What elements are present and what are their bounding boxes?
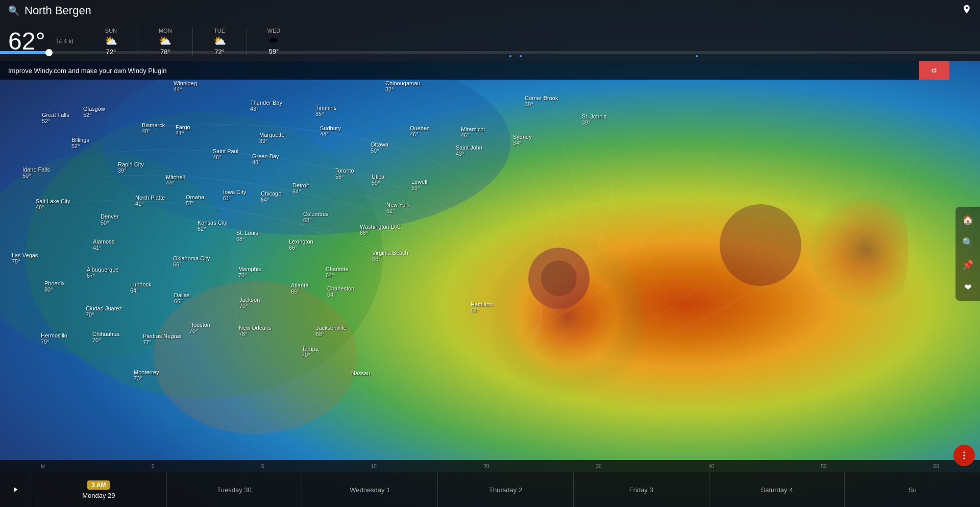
scale-label: 60 — [934, 464, 939, 469]
date-label: Saturday 4 — [761, 486, 793, 494]
date-label: Wednesday 1 — [350, 486, 390, 494]
svg-point-6 — [720, 204, 801, 286]
svg-point-10 — [963, 454, 965, 456]
timeline-date[interactable]: Tuesday 30 — [166, 472, 302, 507]
svg-point-11 — [963, 457, 965, 459]
search-icon: 🔍 — [8, 5, 19, 16]
forecast-day-label: WED — [267, 28, 281, 34]
location-row: 🔍 North Bergen — [0, 0, 980, 21]
timeline-date[interactable]: Su — [844, 472, 980, 507]
close-label: cl — [932, 67, 937, 74]
scale-label: 20 — [483, 464, 489, 469]
timeline-date[interactable]: 3 AMMonday 29 — [31, 472, 166, 507]
forecast-day-icon: ⛅ — [159, 35, 172, 47]
forecast-day-label: TUE — [214, 28, 225, 34]
search-button[interactable]: 🔍 — [959, 233, 977, 252]
svg-point-8 — [153, 281, 357, 434]
scale-label: 50 — [821, 464, 826, 469]
svg-point-9 — [963, 452, 965, 453]
menu-button[interactable] — [953, 445, 975, 466]
scale-label: 40 — [708, 464, 714, 469]
timeline-progress — [0, 51, 49, 54]
play-button[interactable] — [5, 479, 26, 500]
forecast-day-icon: ⛅ — [213, 35, 226, 47]
rain-indicator — [520, 55, 522, 57]
date-label: Friday 3 — [629, 486, 653, 494]
favorite-button[interactable]: ❤ — [959, 278, 977, 297]
scale-bar: kt05102030405060 — [0, 460, 980, 472]
locate-button[interactable] — [962, 4, 972, 17]
weather-strip: 62° 🌬 4 kt SUN ⛅ 72° MON ⛅ 78° TUE ⛅ 72°… — [0, 21, 980, 61]
right-sidebar: 🏠🔍📌❤ — [955, 207, 980, 301]
scale-label: kt — [41, 464, 45, 469]
scale-label: 30 — [596, 464, 602, 469]
date-label: Monday 29 — [82, 492, 115, 499]
timeline-dot — [45, 49, 53, 56]
forecast-day-icon: 🌧 — [268, 35, 279, 46]
time-marker: 3 AM — [87, 480, 110, 490]
scale-label: 5 — [261, 464, 264, 469]
forecast-day-icon: ⛅ — [105, 35, 117, 47]
date-label: Tuesday 30 — [217, 486, 251, 494]
notification-bar: Improve Windy.com and make your own Wind… — [0, 61, 949, 80]
scale-labels: kt05102030405060 — [0, 464, 980, 469]
svg-point-5 — [541, 260, 577, 296]
notification-text: Improve Windy.com and make your own Wind… — [8, 67, 166, 75]
timeline-date[interactable]: Saturday 4 — [709, 472, 845, 507]
timeline-date[interactable]: Friday 3 — [573, 472, 709, 507]
timeline-date[interactable]: Wednesday 1 — [302, 472, 437, 507]
forecast-day-label: MON — [159, 28, 172, 34]
timeline-dates[interactable]: 3 AMMonday 29Tuesday 30Wednesday 1Thursd… — [31, 472, 980, 507]
date-label: Su — [909, 486, 917, 494]
forecast-day-label: SUN — [105, 28, 117, 34]
wind-arrow-icon: 🌬 — [56, 38, 62, 45]
date-label: Thursday 2 — [489, 486, 522, 494]
home-button[interactable]: 🏠 — [959, 211, 977, 229]
bottom-timeline: 3 AMMonday 29Tuesday 30Wednesday 1Thursd… — [0, 472, 980, 507]
timeline-bar[interactable] — [0, 51, 980, 54]
notification-close-button[interactable]: cl — [919, 61, 949, 80]
wind-speed: 4 kt — [64, 38, 74, 45]
scale-label: 0 — [152, 464, 155, 469]
location-name: North Bergen — [24, 4, 91, 17]
pin-button[interactable]: 📌 — [959, 256, 977, 274]
wind-info: 🌬 4 kt — [56, 38, 74, 45]
scale-label: 10 — [371, 464, 377, 469]
timeline-date[interactable]: Thursday 2 — [437, 472, 573, 507]
